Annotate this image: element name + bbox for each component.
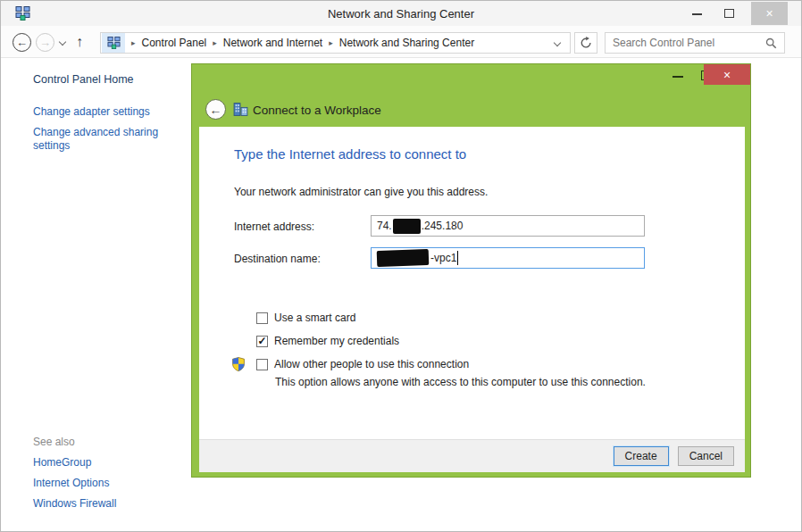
destination-name-value-suffix: -vpc1 [430, 252, 456, 264]
dialog-body: Type the Internet address to connect to … [199, 127, 745, 472]
dialog-subheading: Your network administrator can give you … [234, 186, 488, 198]
breadcrumb-separator-icon: ▸ [322, 38, 339, 47]
sidebar-item-windows-firewall[interactable]: Windows Firewall [33, 497, 116, 510]
internet-address-label: Internet address: [234, 220, 314, 233]
forward-icon: → [39, 36, 51, 49]
minimize-icon[interactable] [692, 13, 702, 15]
remember-credentials-checkbox-row[interactable]: ✓ Remember my credentials [256, 335, 399, 347]
remember-credentials-label: Remember my credentials [274, 335, 399, 347]
smart-card-label: Use a smart card [274, 312, 355, 324]
internet-address-value-suffix: .245.180 [422, 220, 464, 232]
breadcrumb-separator-icon: ▸ [125, 38, 142, 47]
forward-button[interactable]: → [36, 33, 54, 52]
close-button[interactable]: × [751, 2, 788, 25]
internet-address-input[interactable]: 74..245.180 [371, 215, 645, 237]
workplace-icon [233, 102, 248, 120]
sidebar-item-change-adapter-settings[interactable]: Change adapter settings [33, 105, 150, 118]
search-icon[interactable] [765, 37, 777, 49]
sidebar-item-homegroup[interactable]: HomeGroup [33, 456, 91, 469]
smart-card-checkbox-row[interactable]: Use a smart card [256, 312, 355, 324]
create-button[interactable]: Create [614, 446, 669, 466]
network-sharing-center-window: Network and Sharing Center × ← → ↑ ▸ Con… [0, 0, 802, 532]
cancel-button[interactable]: Cancel [678, 446, 734, 466]
refresh-button[interactable] [574, 32, 597, 54]
up-icon: ↑ [76, 34, 83, 49]
dialog-close-button[interactable]: × [704, 64, 750, 85]
destination-name-label: Destination name: [234, 253, 321, 265]
dialog-footer: Create Cancel [199, 439, 745, 472]
allow-others-checkbox-row[interactable]: Allow other people to use this connectio… [256, 358, 469, 370]
dialog-minimize-icon[interactable] [673, 76, 683, 78]
redaction-box [377, 249, 430, 267]
breadcrumb-separator-icon: ▸ [206, 38, 223, 47]
maximize-icon[interactable] [724, 9, 734, 18]
allow-others-label: Allow other people to use this connectio… [274, 358, 469, 370]
address-dropdown-chevron-icon[interactable] [554, 39, 561, 46]
see-also-heading: See also [33, 436, 75, 448]
allow-others-note: This option allows anyone with access to… [275, 376, 646, 388]
text-caret [457, 251, 458, 265]
uac-shield-icon [232, 357, 245, 374]
search-box [605, 32, 785, 54]
titlebar: Network and Sharing Center × [1, 1, 801, 26]
internet-address-value-prefix: 74. [377, 220, 392, 232]
breadcrumb-location-iconbox[interactable] [102, 33, 125, 53]
close-icon: × [765, 6, 773, 21]
allow-others-checkbox[interactable] [256, 359, 268, 370]
dialog-back-icon: ← [210, 103, 222, 117]
up-button[interactable]: ↑ [76, 33, 83, 51]
dialog-heading: Type the Internet address to connect to [234, 146, 466, 162]
redaction-box [393, 219, 421, 234]
window-title: Network and Sharing Center [1, 1, 801, 26]
dialog-back-button[interactable]: ← [205, 99, 226, 120]
breadcrumb-item-control-panel[interactable]: Control Panel [142, 37, 207, 49]
checkmark-icon: ✓ [257, 337, 266, 346]
dialog-title: Connect to a Workplace [253, 104, 381, 117]
sidebar-item-control-panel-home[interactable]: Control Panel Home [33, 73, 134, 86]
smart-card-checkbox[interactable] [256, 312, 268, 324]
remember-credentials-checkbox[interactable]: ✓ [256, 336, 268, 347]
back-icon: ← [16, 36, 28, 49]
back-button[interactable]: ← [13, 33, 31, 52]
breadcrumb-item-network-and-internet[interactable]: Network and Internet [223, 37, 322, 49]
destination-name-input[interactable]: -vpc1 [371, 247, 645, 269]
dialog-close-icon: × [723, 68, 731, 82]
connect-to-workplace-dialog: × ← Connect to a Workplace Type the Inte… [191, 63, 751, 478]
breadcrumb[interactable]: ▸ Control Panel ▸ Network and Internet ▸… [100, 32, 571, 54]
refresh-icon [580, 37, 592, 49]
breadcrumb-item-network-and-sharing-center[interactable]: Network and Sharing Center [339, 37, 474, 49]
search-input[interactable] [606, 37, 765, 49]
network-location-icon [107, 37, 121, 49]
sidebar-item-internet-options[interactable]: Internet Options [33, 477, 109, 489]
sidebar-item-change-advanced-sharing-settings[interactable]: Change advanced sharing settings [33, 126, 167, 153]
